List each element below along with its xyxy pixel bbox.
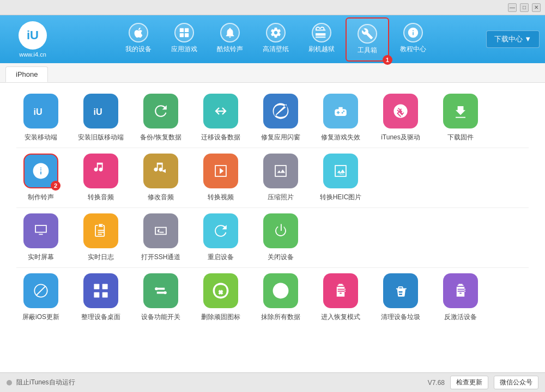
tab-iphone[interactable]: iPhone — [5, 66, 48, 82]
nav-items: 我的设备应用游戏酷炫铃声高清壁纸刷机越狱工具箱1教程中心 — [71, 17, 481, 62]
nav-item-tutorial[interactable]: 教程中心 — [391, 17, 435, 62]
tool-recovery-mode[interactable]: 进入恢复模式 — [316, 273, 365, 322]
tool-fix-game[interactable]: 修复游戏失效 — [316, 94, 365, 142]
tool-icon-realtime-screen — [23, 213, 58, 248]
tool-icon-clean-junk — [383, 273, 418, 308]
tools-section-section2: 2制作铃声转换音频修改音频转换视频压缩照片HEIC转换HEIC图片 — [16, 154, 529, 208]
tool-icon-install-mobile: iU — [23, 94, 58, 128]
tool-make-ringtone[interactable]: 2制作铃声 — [16, 154, 65, 202]
nav-label-hd-wallpapers: 高清壁纸 — [263, 45, 289, 54]
logo-area[interactable]: iU www.i4.cn — [5, 21, 60, 58]
maximize-button[interactable]: □ — [520, 3, 529, 12]
tool-icon-migrate-data — [203, 94, 238, 128]
tool-label-anti-activation: 反激活设备 — [444, 313, 477, 322]
tool-label-organize-desktop: 整理设备桌面 — [81, 313, 120, 322]
tool-icon-convert-heic: HEIC — [323, 154, 358, 188]
tool-block-ios-update[interactable]: 屏蔽iOS更新 — [16, 273, 65, 322]
tool-label-compress-photo: 压缩照片 — [268, 193, 294, 202]
tool-install-old[interactable]: iU安装旧版移动端 — [76, 94, 125, 142]
tool-icon-anti-activation — [443, 273, 478, 308]
tool-badge-make-ringtone: 2 — [51, 181, 60, 191]
tool-icon-device-function-toggle — [143, 273, 178, 308]
tool-open-ssh[interactable]: 打开SSH通道 — [136, 213, 185, 262]
minimize-button[interactable]: — — [508, 3, 517, 12]
tools-grid-section1: iU安装移动端iU安装旧版移动端备份/恢复数据迁移设备数据修复应用闪窗修复游戏失… — [16, 94, 529, 142]
status-left: 阻止iTunes自动运行 — [7, 378, 428, 387]
tool-migrate-data[interactable]: 迁移设备数据 — [196, 94, 245, 142]
wechat-public-button[interactable]: 微信公众号 — [494, 376, 538, 389]
tool-label-delete-stubborn-icon: 删除顽固图标 — [201, 313, 240, 322]
nav-item-my-device[interactable]: 我的设备 — [117, 17, 160, 62]
tools-grid-section4: 屏蔽iOS更新整理设备桌面设备功能开关删除顽固图标抹除所有数据进入恢复模式清理设… — [16, 273, 529, 322]
header-right: 下载中心 ▼ — [486, 30, 540, 48]
nav-icon-jailbreak — [312, 23, 331, 42]
tool-realtime-log[interactable]: 实时日志 — [76, 213, 125, 262]
tool-label-fix-app-crash: 修复应用闪窗 — [261, 133, 300, 142]
tool-clean-junk[interactable]: 清理设备垃圾 — [376, 273, 425, 322]
download-center-button[interactable]: 下载中心 ▼ — [486, 30, 540, 48]
nav-item-hd-wallpapers[interactable]: 高清壁纸 — [254, 17, 298, 62]
title-bar: — □ ✕ — [0, 0, 545, 15]
tool-itunes-driver[interactable]: iTunes及驱动 — [376, 94, 425, 142]
tool-modify-audio[interactable]: 修改音频 — [136, 154, 185, 202]
check-update-button[interactable]: 检查更新 — [450, 376, 488, 389]
tool-label-open-ssh: 打开SSH通道 — [141, 253, 181, 262]
nav-item-apps-games[interactable]: 应用游戏 — [162, 17, 206, 62]
tool-icon-backup-restore — [143, 94, 178, 128]
nav-icon-my-device — [129, 23, 148, 42]
tool-convert-heic[interactable]: HEIC转换HEIC图片 — [316, 154, 365, 202]
tool-convert-audio[interactable]: 转换音频 — [76, 154, 125, 202]
tool-realtime-screen[interactable]: 实时屏幕 — [16, 213, 65, 262]
nav-label-tutorial: 教程中心 — [400, 45, 426, 54]
svg-rect-1 — [185, 28, 189, 32]
nav-item-toolbox[interactable]: 工具箱1 — [346, 17, 389, 62]
svg-rect-3 — [185, 33, 189, 36]
tool-shutdown-device[interactable]: 关闭设备 — [256, 213, 305, 262]
tool-restart-device[interactable]: 重启设备 — [196, 213, 245, 262]
tool-erase-all-data[interactable]: 抹除所有数据 — [256, 273, 305, 322]
tool-backup-restore[interactable]: 备份/恢复数据 — [136, 94, 185, 142]
tool-label-block-ios-update: 屏蔽iOS更新 — [22, 313, 59, 322]
tool-label-install-old: 安装旧版移动端 — [78, 133, 124, 142]
tools-section-section4: 屏蔽iOS更新整理设备桌面设备功能开关删除顽固图标抹除所有数据进入恢复模式清理设… — [16, 273, 529, 327]
svg-rect-12 — [164, 291, 166, 294]
tool-icon-shutdown-device — [263, 213, 298, 248]
logo-url: www.i4.cn — [19, 51, 46, 58]
tool-organize-desktop[interactable]: 整理设备桌面 — [76, 273, 125, 322]
nav-label-my-device: 我的设备 — [125, 45, 152, 54]
tool-device-function-toggle[interactable]: 设备功能开关 — [136, 273, 185, 322]
tool-label-fix-game: 修复游戏失效 — [321, 133, 360, 142]
svg-rect-8 — [102, 284, 108, 289]
nav-item-jailbreak[interactable]: 刷机越狱 — [300, 17, 343, 62]
tool-icon-fix-app-crash — [263, 94, 298, 128]
nav-label-jailbreak: 刷机越狱 — [308, 45, 335, 54]
tool-icon-install-old: iU — [83, 94, 118, 128]
tool-install-mobile[interactable]: iU安装移动端 — [16, 94, 65, 142]
tool-compress-photo[interactable]: 压缩照片 — [256, 154, 305, 202]
nav-icon-apps-games — [174, 23, 194, 42]
tool-icon-organize-desktop — [83, 273, 118, 308]
tool-icon-open-ssh — [143, 213, 178, 248]
tool-icon-convert-video — [203, 154, 238, 188]
close-button[interactable]: ✕ — [532, 3, 541, 12]
tool-download-firmware[interactable]: 下载固件 — [436, 94, 485, 142]
tool-label-device-function-toggle: 设备功能开关 — [141, 313, 180, 322]
svg-text:iU: iU — [34, 107, 43, 117]
tool-label-recovery-mode: 进入恢复模式 — [321, 313, 360, 322]
tools-section-section3: 实时屏幕实时日志打开SSH通道重启设备关闭设备 — [16, 213, 529, 268]
tool-delete-stubborn-icon[interactable]: 删除顽固图标 — [196, 273, 245, 322]
tool-label-migrate-data: 迁移设备数据 — [201, 133, 240, 142]
tool-convert-video[interactable]: 转换视频 — [196, 154, 245, 202]
tool-icon-restart-device — [203, 213, 238, 248]
nav-label-cool-ringtones: 酷炫铃声 — [217, 45, 243, 54]
status-indicator — [7, 380, 12, 385]
tool-fix-app-crash[interactable]: 修复应用闪窗 — [256, 94, 305, 142]
nav-item-cool-ringtones[interactable]: 酷炫铃声 — [208, 17, 252, 62]
main-content: iU安装移动端iU安装旧版移动端备份/恢复数据迁移设备数据修复应用闪窗修复游戏失… — [0, 83, 545, 372]
tool-anti-activation[interactable]: 反激活设备 — [436, 273, 485, 322]
tool-icon-erase-all-data — [263, 273, 298, 308]
tools-grid-section2: 2制作铃声转换音频修改音频转换视频压缩照片HEIC转换HEIC图片 — [16, 154, 529, 202]
nav-label-toolbox: 工具箱 — [358, 46, 377, 55]
tool-label-convert-audio: 转换音频 — [88, 193, 114, 202]
window-controls[interactable]: — □ ✕ — [508, 3, 541, 12]
